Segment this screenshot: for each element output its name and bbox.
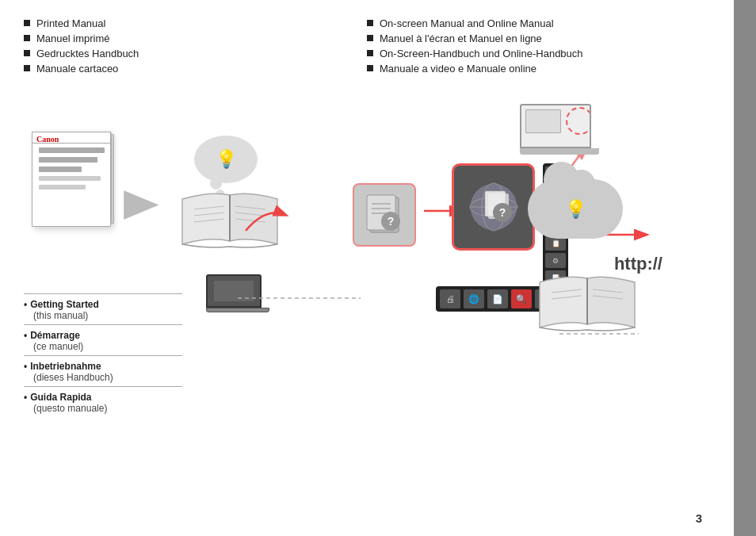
bottom-btn-2[interactable]: 🌐 [464,289,484,308]
manual-item-sub-3: (questo manuale) [33,403,182,414]
bullet-square [24,50,30,56]
manual-list: Getting Started(this manual)Démarrage(ce… [24,293,182,417]
laptop-top-right [520,104,607,163]
bullet-text: On-Screen-Handbuch und Online-Handbuch [380,48,583,59]
dashed-line-laptop-cd [238,286,365,310]
open-book-svg-right [536,270,639,334]
cd-doc-icon: ? [353,183,420,255]
bullet-square [367,65,373,71]
cloud-book-area: 💡 http:// [528,179,670,338]
manual-item-title-3: Guida Rapida [24,392,182,403]
bullet-text: Manuel imprimé [36,33,109,44]
thought-bubble-left: 💡 [194,136,258,183]
manual-item-title-1: Démarrage [24,330,182,341]
manual-item-sub-1: (ce manuel) [33,341,182,352]
open-book-left: 💡 [178,136,305,278]
bullet-square [24,20,30,26]
manual-list-item-3: Guida Rapida(questo manuale) [24,386,182,417]
manual-item-title-2: Inbetriebnahme [24,361,182,372]
bullet-square [367,35,373,41]
cd-doc-box: ? [353,183,416,247]
manual-item-title-0: Getting Started [24,299,182,310]
bullet-text: Manuale a video e Manuale online [380,63,536,75]
bullet-square [24,65,30,71]
bulb-icon-cloud: 💡 [565,199,586,220]
bullet-right-2: On-Screen-Handbuch und Online-Handbuch [367,48,710,59]
bullets-row: Printed ManualManuel impriméGedrucktes H… [24,17,710,78]
manual-line-1 [39,147,105,153]
page-number: 3 [696,511,702,525]
dashed-line-right [559,326,639,342]
canon-logo: Canon [32,132,110,145]
bullets-left: Printed ManualManuel impriméGedrucktes H… [24,17,367,78]
bottom-btn-1[interactable]: 🖨 [440,289,460,308]
laptop-screen-tr [520,104,591,148]
bullet-left-1: Manuel imprimé [24,33,367,44]
bullets-right: On-screen Manual and Online ManualManuel… [367,17,710,78]
manual-item-sub-2: (dieses Handbuch) [33,372,182,383]
manual-line-3 [39,167,82,172]
bullet-text: On-screen Manual and Online Manual [380,17,554,29]
manual-line-2 [39,157,97,163]
right-arrow: ▶ [124,179,158,224]
bullet-square [24,35,30,41]
bullet-text: Printed Manual [36,17,105,29]
main-content: Printed ManualManuel impriméGedrucktes H… [0,0,734,536]
side-tab [734,0,756,536]
manual-item-sub-0: (this manual) [33,310,182,321]
bullet-left-3: Manuale cartaceo [24,63,367,75]
bullet-text: Gedrucktes Handbuch [36,48,139,59]
bottom-btn-3[interactable]: 📄 [487,289,508,308]
bullet-text: Manuale cartaceo [36,63,118,75]
printed-manual-illustration: Canon [32,132,119,235]
bullet-right-3: Manuale a video e Manuale online [367,63,710,75]
bullet-text: Manuel à l'écran et Manuel en ligne [380,33,542,44]
bullet-square [367,20,373,26]
manual-list-item-1: Démarrage(ce manuel) [24,324,182,355]
bullet-left-2: Gedrucktes Handbuch [24,48,367,59]
svg-text:?: ? [498,206,506,219]
dashed-circle [566,107,591,135]
cd-icon-svg: ? [361,191,408,239]
arrow-book-to-cd [242,199,289,239]
cloud-shape: 💡 [528,179,623,239]
manual-list-item-2: Inbetriebnahme(dieses Handbuch) [24,355,182,386]
bullet-right-0: On-screen Manual and Online Manual [367,17,710,29]
bulb-icon-left: 💡 [216,149,237,170]
bullet-left-0: Printed Manual [24,17,367,29]
laptop-base-tr [520,148,599,155]
svg-text:?: ? [388,215,395,228]
bullet-square [367,50,373,56]
bullet-right-1: Manuel à l'écran et Manuel en ligne [367,33,710,44]
manual-list-item-0: Getting Started(this manual) [24,293,182,324]
